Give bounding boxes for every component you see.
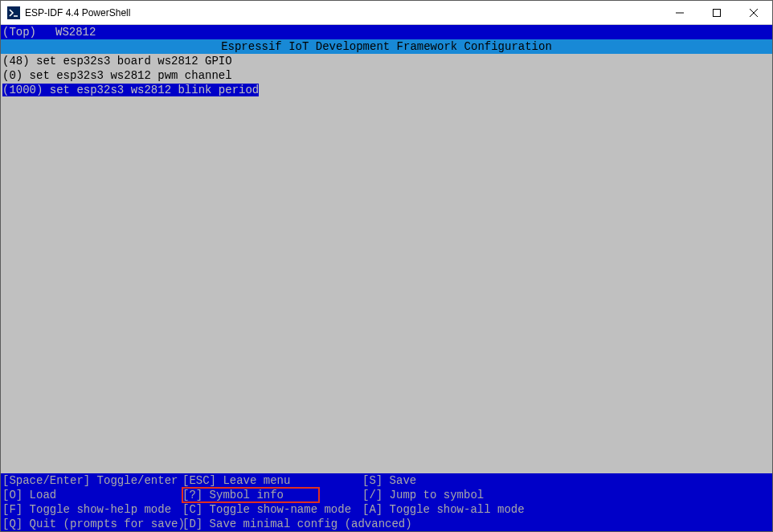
svg-rect-3: [714, 9, 721, 16]
config-item-label: (1000) set esp32s3 ws2812 blink period: [2, 84, 259, 96]
breadcrumb-top[interactable]: (Top): [2, 25, 36, 39]
config-item[interactable]: (48) set esp32s3 board ws2812 GPIO: [2, 54, 771, 68]
help-bar: [Space/Enter] Toggle/enter[ESC] Leave me…: [1, 473, 772, 531]
help-shortcut: [A] Toggle show-all mode: [362, 502, 771, 517]
help-shortcut: [/] Jump to symbol: [362, 488, 771, 502]
config-item[interactable]: (0) set esp32s3 ws2812 pwm channel: [2, 68, 771, 83]
help-shortcut: [?] Symbol info: [182, 488, 362, 502]
breadcrumb-bar: (Top) WS2812: [1, 25, 772, 39]
config-item-label: (48) set esp32s3 board ws2812 GPIO: [2, 55, 232, 68]
window-title: ESP-IDF 4.4 PowerShell: [25, 7, 661, 18]
help-row: [F] Toggle show-help mode[C] Toggle show…: [2, 502, 771, 517]
help-row: [Q] Quit (prompts for save)[D] Save mini…: [2, 517, 771, 531]
config-list[interactable]: (48) set esp32s3 board ws2812 GPIO(0) se…: [1, 54, 772, 473]
help-row: [Space/Enter] Toggle/enter[ESC] Leave me…: [2, 473, 771, 488]
maximize-icon: [713, 9, 721, 17]
config-item[interactable]: (1000) set esp32s3 ws2812 blink period: [2, 83, 771, 97]
help-row: [O] Load[?] Symbol info[/] Jump to symbo…: [2, 488, 771, 502]
help-shortcut: [Q] Quit (prompts for save): [2, 517, 182, 531]
help-shortcut: [F] Toggle show-help mode: [2, 502, 182, 517]
breadcrumb-item[interactable]: WS2812: [55, 25, 96, 39]
help-shortcut: [O] Load: [2, 488, 182, 502]
maximize-button[interactable]: [698, 1, 735, 24]
help-shortcut: [ESC] Leave menu: [182, 473, 362, 488]
config-header: Espressif IoT Development Framework Conf…: [1, 39, 772, 54]
terminal: (Top) WS2812 Espressif IoT Development F…: [1, 25, 772, 531]
help-shortcut: [Space/Enter] Toggle/enter: [2, 473, 182, 488]
close-button[interactable]: [735, 1, 772, 24]
help-highlight: [?] Symbol info: [182, 488, 319, 502]
minimize-button[interactable]: [661, 1, 698, 24]
powershell-icon: [7, 6, 20, 19]
window-controls: [661, 1, 772, 24]
config-item-label: (0) set esp32s3 ws2812 pwm channel: [2, 69, 232, 82]
help-shortcut: [S] Save: [362, 473, 771, 488]
close-icon: [750, 9, 758, 17]
help-shortcut: [C] Toggle show-name mode: [182, 502, 362, 517]
minimize-icon: [676, 9, 684, 17]
titlebar[interactable]: ESP-IDF 4.4 PowerShell: [1, 1, 772, 25]
app-window: ESP-IDF 4.4 PowerShell (Top) WS2812 Espr…: [0, 0, 773, 532]
help-shortcut: [D] Save minimal config (advanced): [182, 517, 362, 531]
